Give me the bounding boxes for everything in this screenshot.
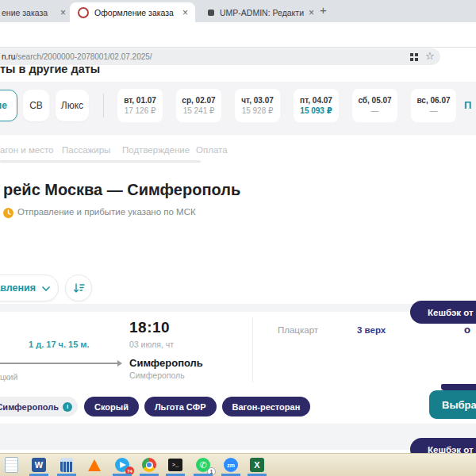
chrome-icon[interactable] xyxy=(141,457,157,473)
seat-class-label: Плацкарт xyxy=(278,325,318,335)
other-dates-heading: ты в другие даты xyxy=(0,63,100,75)
train-tags: Скорый Льгота СФР Вагон-ресторан xyxy=(84,397,310,416)
class-tab-kupe[interactable]: пе xyxy=(0,90,17,121)
train-route-pill[interactable]: сква — Симферополь i xyxy=(0,397,78,416)
tab-ump-admin[interactable]: UMP-ADMIN: Редактирование × xyxy=(200,2,317,22)
screen: ение заказа × Оформление заказа × UMP-AD… xyxy=(0,0,476,476)
whatsapp-icon[interactable]: ✆ 1 xyxy=(195,457,211,473)
terminal-icon[interactable]: >_ xyxy=(167,457,183,473)
address-bar-row: n.ru/search/2000000-2078001/02.07.2025/ … xyxy=(0,22,476,48)
info-icon[interactable]: i xyxy=(63,402,72,412)
date-card-selected[interactable]: пт, 04.07 15 093 ₽ xyxy=(294,89,339,122)
steps-underline xyxy=(0,160,201,163)
class-tab-label: Люкс xyxy=(61,100,83,111)
chevron-down-icon xyxy=(42,286,50,291)
cashback-badge: Кешбэк от 18 xyxy=(410,301,476,324)
date-price: 15 928 ₽ xyxy=(242,106,274,115)
class-tab-label: СВ xyxy=(29,100,43,111)
new-tab-button[interactable]: + xyxy=(320,3,327,17)
date-label: чт, 03.07 xyxy=(241,96,274,105)
arrival-time: 18:10 xyxy=(129,319,170,336)
date-price: 15 093 ₽ xyxy=(300,106,332,115)
telegram-icon[interactable]: 74 xyxy=(114,457,130,473)
seats-link[interactable]: 3 верх xyxy=(357,325,386,335)
step-wagon-seat: агон и место xyxy=(0,145,53,155)
msk-notice: Отправление и прибытие указано по МСК xyxy=(17,207,196,217)
trip-duration: 1 д. 17 ч. 15 м. xyxy=(29,340,90,349)
card-divider xyxy=(252,317,253,382)
date-price: 17 126 ₽ xyxy=(125,106,156,115)
date-label: вс, 06.07 xyxy=(416,96,450,105)
tab-order-2-active[interactable]: Оформление заказа × xyxy=(70,2,195,22)
divider xyxy=(103,94,104,117)
route-arrow-icon xyxy=(117,360,122,367)
site-favicon-icon xyxy=(78,7,89,18)
tab-title: UMP-ADMIN: Редактирование xyxy=(220,8,304,17)
date-card[interactable]: вс, 06.07 — xyxy=(411,89,456,122)
class-tab-lux[interactable]: Люкс xyxy=(56,90,89,121)
partial-badge-edge xyxy=(441,384,476,390)
clock-icon xyxy=(3,208,13,218)
browser-tab-strip: ение заказа × Оформление заказа × UMP-AD… xyxy=(0,0,476,22)
windows-taskbar: W 74 >_ ✆ 1 zm X xyxy=(0,453,476,476)
date-card[interactable]: вт, 01.07 17 126 ₽ xyxy=(117,89,163,122)
calculator-icon[interactable] xyxy=(59,457,75,473)
date-label: вт, 01.07 xyxy=(124,96,156,105)
show-more-link[interactable]: П xyxy=(464,99,471,111)
page-title: рейс Москва — Симферополь xyxy=(3,181,240,199)
close-icon[interactable]: × xyxy=(305,7,317,18)
filter-label: авления xyxy=(0,282,36,294)
date-card[interactable]: чт, 03.07 15 928 ₽ xyxy=(235,89,280,122)
tab-title: ение заказа xyxy=(2,8,48,17)
bookmark-star-icon[interactable]: ☆ xyxy=(425,50,435,62)
vlc-icon[interactable] xyxy=(86,457,102,473)
step-confirmation: Подтверждение xyxy=(122,145,190,155)
arrival-city: Симферополь xyxy=(129,357,203,369)
class-tab-sv[interactable]: СВ xyxy=(23,90,49,121)
tab-title: Оформление заказа xyxy=(94,8,174,17)
date-label: сб, 05.07 xyxy=(358,96,391,105)
date-label: пт, 04.07 xyxy=(300,96,332,105)
route-line xyxy=(0,363,117,364)
step-passengers: Пассажиры xyxy=(62,145,110,155)
excel-icon[interactable]: X xyxy=(249,457,265,473)
departure-time-filter[interactable]: авления xyxy=(0,274,59,301)
tag-benefit-sfr: Льгота СФР xyxy=(144,397,217,416)
date-price: — xyxy=(430,106,438,115)
sort-icon xyxy=(73,282,85,294)
admin-favicon-icon xyxy=(208,10,214,16)
date-card[interactable]: ср, 02.07 15 241 ₽ xyxy=(176,89,221,122)
route-label: сква — Симферополь xyxy=(0,402,59,412)
date-label: ср, 02.07 xyxy=(182,96,215,105)
url-host: n.ru xyxy=(2,52,15,61)
url-path: /search/2000000-2078001/02.07.2025/ xyxy=(15,52,152,61)
zoom-icon[interactable]: zm xyxy=(223,457,239,473)
extension-grid-icon[interactable] xyxy=(410,53,413,56)
sort-button[interactable] xyxy=(65,274,92,301)
notepad-icon[interactable] xyxy=(3,457,19,473)
tag-fast-train: Скорый xyxy=(84,397,139,416)
class-tab-label: пе xyxy=(0,100,7,111)
url-text[interactable]: n.ru/search/2000000-2078001/02.07.2025/ xyxy=(2,52,152,61)
price-from: о xyxy=(464,324,470,336)
date-price: — xyxy=(371,106,379,115)
departure-station: цкий xyxy=(0,372,17,382)
date-price: 15 241 ₽ xyxy=(183,106,215,115)
arrival-station: Симферополь xyxy=(129,370,185,380)
arrival-date: 03 июля, чт xyxy=(129,340,174,349)
date-card[interactable]: сб, 05.07 — xyxy=(352,89,397,122)
tab-order-1[interactable]: ение заказа × xyxy=(0,2,73,22)
tag-dining-car: Вагон-ресторан xyxy=(222,397,311,416)
step-payment: Оплата xyxy=(196,145,228,155)
select-button[interactable]: Выбрать xyxy=(429,390,476,419)
close-icon[interactable]: × xyxy=(175,7,195,18)
word-icon[interactable]: W xyxy=(31,457,47,473)
